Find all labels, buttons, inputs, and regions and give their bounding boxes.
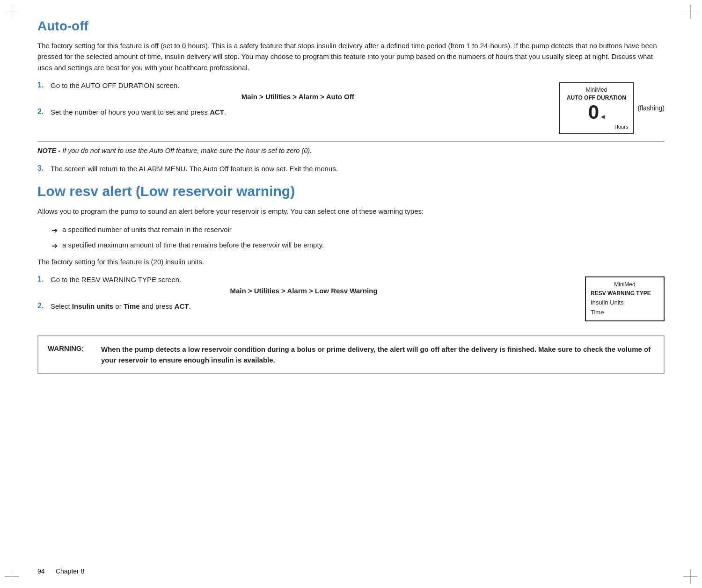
lowresv-step2-content: Select Insulin units or Time and press A…	[51, 301, 557, 312]
autooff-device-brand: MiniMed	[564, 86, 628, 94]
autooff-step3-number: 3.	[37, 164, 49, 173]
lowresv-device-opt1: Insulin Units	[591, 298, 659, 308]
lowresv-factory: The factory setting for this feature is …	[37, 256, 665, 267]
lowresv-steps: 1. Go to the RESV WARNING TYPE screen. M…	[37, 275, 665, 321]
autooff-device-label: AUTO OFF DURATION	[564, 94, 628, 102]
warning-text: When the pump detects a low reservoir co…	[101, 344, 654, 366]
autooff-step1-text: Go to the AUTO OFF DURATION screen.	[51, 81, 179, 89]
autooff-step3-content: The screen will return to the ALARM MENU…	[51, 164, 665, 174]
lowresv-device-brand: MiniMed	[591, 280, 659, 289]
autooff-step2-content: Set the number of hours you want to set …	[51, 107, 545, 118]
warning-box: WARNING: When the pump detects a low res…	[37, 335, 665, 374]
footer-chapter: Chapter 8	[56, 567, 84, 575]
lowresv-step2-row: 2. Select Insulin units or Time and pres…	[37, 301, 557, 312]
page-footer: 94 Chapter 8	[37, 567, 84, 575]
autooff-device-row: MiniMed AUTO OFF DURATION 0 ◀ Hours (fla…	[545, 82, 665, 134]
footer-page: 94	[37, 567, 45, 575]
lowresv-step1-text: Go to the RESV WARNING TYPE screen.	[51, 276, 181, 283]
autooff-note-text: NOTE - If you do not want to use the Aut…	[37, 147, 312, 154]
autooff-step3-row: 3. The screen will return to the ALARM M…	[37, 164, 665, 174]
lowresv-bullet-list: ➔ a specified number of units that remai…	[51, 225, 665, 252]
bullet1-arrow: ➔	[51, 225, 58, 236]
lowresv-device-container: MiniMed RESV WARNING TYPE Insulin Units …	[571, 276, 665, 321]
autooff-step2-text: Set the number of hours you want to set …	[51, 108, 226, 116]
autooff-steps: 1. Go to the AUTO OFF DURATION screen. M…	[37, 80, 665, 174]
autooff-step2-row: 2. Set the number of hours you want to s…	[37, 107, 545, 118]
lowresv-device-opt2: Time	[591, 308, 659, 318]
autooff-device-value: 0	[588, 102, 599, 123]
page-container: Auto-off The factory setting for this fe…	[0, 0, 702, 588]
lowresv-bullet1: ➔ a specified number of units that remai…	[51, 225, 665, 236]
autooff-step2-number: 2.	[37, 108, 49, 116]
lowresv-step2-number: 2.	[37, 302, 49, 310]
lowresv-device-screen: MiniMed RESV WARNING TYPE Insulin Units …	[585, 276, 665, 321]
autooff-note-box: NOTE - If you do not want to use the Aut…	[37, 141, 665, 157]
lowresv-step1-number: 1.	[37, 275, 49, 283]
autooff-body: The factory setting for this feature is …	[37, 40, 665, 73]
autooff-title: Auto-off	[37, 19, 665, 34]
autooff-step3-text: The screen will return to the ALARM MENU…	[51, 165, 338, 173]
autooff-step1-menu: Main > Utilities > Alarm > Auto Off	[51, 93, 545, 101]
lowresv-step1-content: Go to the RESV WARNING TYPE screen. Main…	[51, 275, 557, 297]
lowresv-bullet2: ➔ a specified maximum amount of time tha…	[51, 240, 665, 252]
lowresv-step2-text: Select Insulin units or Time and press A…	[51, 302, 191, 310]
lowresv-device-label: RESV WARNING TYPE	[591, 289, 659, 298]
autooff-device-unit: Hours	[564, 123, 628, 131]
autooff-step1-row: 1. Go to the AUTO OFF DURATION screen. M…	[37, 80, 545, 103]
warning-label: WARNING:	[48, 344, 95, 352]
bullet2-arrow: ➔	[51, 240, 58, 252]
autooff-flashing-label: (flashing)	[637, 104, 665, 112]
autooff-device-screen: MiniMed AUTO OFF DURATION 0 ◀ Hours	[559, 82, 634, 134]
autooff-step1-content: Go to the AUTO OFF DURATION screen. Main…	[51, 80, 545, 103]
lowresv-step1-menu: Main > Utilities > Alarm > Low Resv Warn…	[51, 287, 557, 295]
lowresv-body: Allows you to program the pump to sound …	[37, 206, 665, 217]
lowresv-step1-row: 1. Go to the RESV WARNING TYPE screen. M…	[37, 275, 557, 297]
lowresv-title: Low resv alert (Low reservoir warning)	[37, 183, 665, 199]
autooff-step1-number: 1.	[37, 81, 49, 89]
